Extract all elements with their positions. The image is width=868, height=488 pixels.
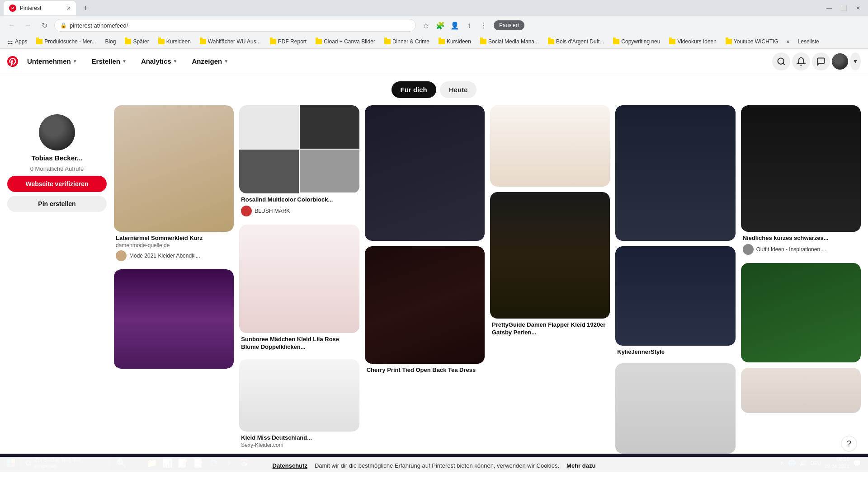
pin-image (490, 192, 610, 319)
bookmark-kursideen2[interactable]: Kursideen (435, 38, 475, 46)
pin-card[interactable] (615, 363, 735, 454)
bookmark-label: Dinner & Crime (392, 38, 429, 45)
pinterest-logo[interactable] (7, 56, 18, 67)
pin-card[interactable] (114, 269, 234, 369)
pin-image (741, 105, 861, 232)
tab-fuer-dich[interactable]: Für dich (392, 81, 436, 98)
pin-image (365, 246, 485, 364)
bookmark-bois[interactable]: Bois d'Argent Duft... (544, 38, 608, 46)
active-tab[interactable]: P Pinterest × (4, 1, 76, 15)
pin-card[interactable]: Laternärmel Sommerkleid Kurz damenmode-q… (114, 105, 234, 264)
pin-card[interactable] (490, 105, 610, 187)
bookmark-wahlfaecher[interactable]: Wahlfächer WU Aus... (196, 38, 264, 46)
extension-puzzle-button[interactable]: 🧩 (434, 19, 447, 32)
pin-info: Rosalind Multicolor Colorblock... BLUSH … (239, 193, 359, 219)
profile-avatar[interactable] (39, 114, 75, 150)
forward-button[interactable]: → (22, 19, 34, 32)
bookmark-label: Bois d'Argent Duft... (556, 38, 604, 45)
message-icon (816, 57, 826, 66)
user-avatar[interactable] (832, 53, 848, 70)
maximize-button[interactable]: ⬜ (837, 2, 850, 14)
pin-title: Kleid Miss Deutschland... (241, 434, 357, 442)
header-icons: ▼ (772, 52, 861, 70)
pin-card[interactable]: Rosalind Multicolor Colorblock... BLUSH … (239, 105, 359, 219)
bookmark-videokurs[interactable]: Videokurs Ideen (665, 38, 720, 46)
chevron-down-icon: ▼ (853, 58, 858, 65)
bookmark-copywriting[interactable]: Copywriting neu (609, 38, 664, 46)
erstellen-label: Erstellen (92, 57, 120, 65)
messages-button[interactable] (812, 52, 830, 70)
main-content: Tobias Becker... 0 Monatliche Aufrufe We… (0, 105, 868, 454)
folder-icon (270, 39, 276, 44)
pin-card[interactable]: Cherry Print Tied Open Back Tea Dress (365, 246, 485, 377)
bookmark-leseliste[interactable]: Leseliste (794, 38, 823, 46)
paused-button[interactable]: Pausiert (494, 20, 524, 30)
pin-title: Sunboree Mädchen Kleid Lila Rose Blume D… (241, 336, 357, 351)
author-name: BLUSH MARK (255, 208, 290, 214)
help-button[interactable]: ? (841, 436, 857, 452)
bookmark-label: Youtube WICHTIG (734, 38, 778, 45)
minimize-button[interactable]: — (823, 2, 835, 14)
pin-card[interactable] (365, 105, 485, 241)
pin-title: Laternärmel Sommerkleid Kurz (116, 235, 232, 242)
more-bookmarks-button[interactable]: » (784, 38, 793, 46)
cookie-text: Damit wir dir die bestmögliche Erfahrung… (315, 462, 559, 469)
more-info-button[interactable]: Mehr dazu (566, 462, 595, 469)
bookmark-produktsuche[interactable]: Produktsuche - Mer... (33, 38, 99, 46)
notifications-button[interactable] (792, 52, 810, 70)
bookmark-blog[interactable]: Blog (101, 38, 119, 46)
bookmark-social-media[interactable]: Social Media Mana... (476, 38, 542, 46)
search-button[interactable] (772, 52, 790, 70)
folder-icon (726, 39, 732, 44)
nav-analytics[interactable]: Analytics ▼ (136, 54, 183, 69)
pin-card[interactable]: Sunboree Mädchen Kleid Lila Rose Blume D… (239, 225, 359, 354)
folder-icon (384, 39, 391, 44)
bookmark-dinner[interactable]: Dinner & Crime (381, 38, 433, 46)
bookmark-apps[interactable]: ⚏ Apps (4, 37, 31, 46)
tab-heute[interactable]: Heute (440, 81, 477, 98)
pin-card[interactable]: Kleid Miss Deutschland... Sexy-Kleider.c… (239, 359, 359, 451)
bookmark-youtube[interactable]: Youtube WICHTIG (722, 38, 782, 46)
pin-title: Niedliches kurzes schwarzes... (743, 235, 859, 242)
reload-button[interactable]: ↻ (38, 19, 51, 32)
folder-icon (548, 39, 554, 44)
pin-card[interactable] (741, 263, 861, 362)
nav-unternehmen[interactable]: Unternehmen ▼ (22, 54, 83, 69)
bookmark-pdf[interactable]: PDF Report (266, 38, 310, 46)
search-icon (777, 57, 786, 66)
pin-card[interactable] (615, 105, 735, 241)
profile-button[interactable]: 👤 (448, 19, 461, 32)
folder-icon (125, 39, 131, 44)
pin-card[interactable]: KylieJennerStyle (615, 246, 735, 358)
bookmark-star-button[interactable]: ☆ (420, 19, 432, 32)
privacy-link[interactable]: Datenschutz (273, 462, 307, 469)
pin-card[interactable]: Niedliches kurzes schwarzes... Outfit Id… (741, 105, 861, 258)
back-button[interactable]: ← (5, 19, 18, 32)
analytics-chevron: ▼ (173, 59, 178, 64)
create-pin-button[interactable]: Pin erstellen (7, 196, 107, 212)
pin-author: Outfit Ideen - Inspirationen ... (743, 244, 859, 255)
bookmark-spaeter[interactable]: Später (121, 38, 152, 46)
account-chevron-button[interactable]: ▼ (850, 52, 861, 70)
author-name: Outfit Ideen - Inspirationen ... (756, 246, 826, 253)
nav-erstellen[interactable]: Erstellen ▼ (86, 54, 132, 69)
sync-button[interactable]: ↕ (463, 19, 476, 32)
new-tab-button[interactable]: + (78, 1, 94, 15)
close-button[interactable]: ✕ (852, 2, 864, 14)
nav-anzeigen[interactable]: Anzeigen ▼ (186, 54, 234, 69)
pin-title: PrettyGuide Damen Flapper Kleid 1920er G… (492, 321, 608, 337)
pin-card[interactable] (741, 368, 861, 413)
bookmark-label: Videokurs Ideen (677, 38, 717, 45)
tab-close-button[interactable]: × (67, 5, 71, 12)
settings-button[interactable]: ⋮ (477, 19, 490, 32)
bookmark-canva[interactable]: Cload + Canva Bilder (312, 38, 379, 46)
url-text: pinterest.at/homefeed/ (70, 22, 410, 29)
pin-card[interactable]: PrettyGuide Damen Flapper Kleid 1920er G… (490, 192, 610, 339)
cookie-banner: Datenschutz Damit wir dir die bestmöglic… (0, 457, 868, 472)
pinterest-logo-icon (7, 56, 18, 67)
verify-website-button[interactable]: Webseite verifizieren (7, 176, 107, 192)
bookmark-label: Copywriting neu (621, 38, 660, 45)
pin-image (239, 105, 359, 193)
bookmark-kursideen1[interactable]: Kursideen (155, 38, 194, 46)
address-bar[interactable]: 🔒 pinterest.at/homefeed/ (54, 19, 416, 32)
